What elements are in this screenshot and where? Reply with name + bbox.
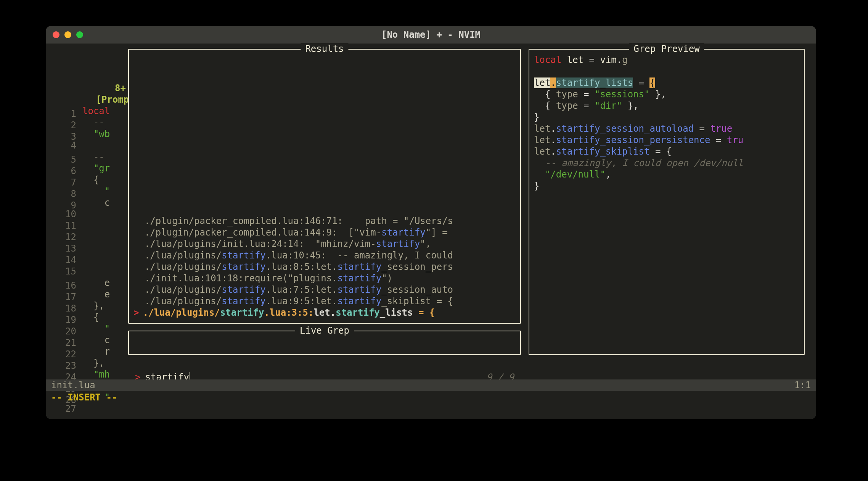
preview-line <box>534 66 799 77</box>
result-row[interactable]: ./lua/plugins/startify.lua:7:5:let.start… <box>133 284 516 295</box>
result-row[interactable]: ./lua/plugins/startify.lua:10:45: -- ama… <box>133 250 516 261</box>
background-code-fragment: }, <box>76 357 126 369</box>
window-title: [No Name] + - NVIM <box>46 28 816 42</box>
background-code-fragment: -- <box>76 117 126 128</box>
buffer-marker: 8+ <box>115 83 126 94</box>
line-number: 12 <box>49 231 76 243</box>
preview-code: local let = vim.glet.startify_lists = { … <box>534 54 799 192</box>
result-row[interactable]: ./plugin/packer_compiled.lua:146:71: pat… <box>133 215 516 227</box>
preview-line: -- amazingly, I could open /dev/null <box>534 157 799 169</box>
titlebar: [No Name] + - NVIM <box>46 26 816 44</box>
background-code-fragment: " <box>76 323 126 334</box>
preview-line: } <box>534 111 799 123</box>
background-code-fragment: }, <box>76 300 126 312</box>
preview-line: let.startify_lists = { <box>534 77 799 89</box>
result-row[interactable]: ./plugin/packer_compiled.lua:144:9: ["vi… <box>133 227 516 238</box>
preview-title: Grep Preview <box>629 43 704 55</box>
background-code-fragment: { <box>76 312 126 323</box>
background-code-fragment: c <box>76 334 126 346</box>
preview-line: { type = "dir" }, <box>534 100 799 111</box>
preview-line: let.startify_session_autoload = true <box>534 123 799 134</box>
results-panel: Results ./plugin/packer_compiled.lua:146… <box>128 49 521 324</box>
line-number: 4 <box>49 140 76 151</box>
result-row[interactable]: >./lua/plugins/startify.lua:3:5:let.star… <box>133 307 516 318</box>
background-code-fragment: " <box>76 186 126 197</box>
terminal-body: 8+ [Prompt] 1local2 --3 "wb45 --6 "gr7 {… <box>46 44 816 419</box>
background-code-fragment: e <box>76 289 126 300</box>
line-number: 13 <box>49 243 76 254</box>
line-number: 11 <box>49 220 76 231</box>
preview-line: let.startify_skiplist = { <box>534 146 799 157</box>
mode-indicator: -- INSERT -- <box>51 392 117 403</box>
line-number: 15 <box>49 266 76 277</box>
result-row[interactable]: ./lua/plugins/startify.lua:9:5:let.start… <box>133 295 516 307</box>
background-code-fragment: -- <box>76 151 126 163</box>
line-number-gutter: 8+ [Prompt] 1local2 --3 "wb45 --6 "gr7 {… <box>46 48 126 419</box>
status-position: 1:1 <box>794 379 811 391</box>
results-title: Results <box>301 43 348 55</box>
preview-line: local let = vim.g <box>534 54 799 66</box>
background-code-fragment: e <box>76 277 126 289</box>
line-number: 10 <box>49 208 76 220</box>
preview-line: { type = "sessions" }, <box>534 89 799 100</box>
status-filename: init.lua <box>51 379 95 391</box>
preview-line: } <box>534 180 799 192</box>
result-row[interactable]: ./lua/plugins/startify.lua:8:5:let.start… <box>133 261 516 273</box>
background-code-fragment: c <box>76 197 126 208</box>
background-code-fragment: local <box>76 105 126 117</box>
preview-line: let.startify_session_persistence = tru <box>534 134 799 146</box>
line-number: 27 <box>49 403 76 415</box>
livegrep-title: Live Grep <box>295 325 354 336</box>
result-row[interactable]: ./lua/plugins/init.lua:24:14: "mhinz/vim… <box>133 238 516 250</box>
background-code-fragment: "gr <box>76 163 126 174</box>
background-code-fragment: r <box>76 346 126 357</box>
preview-line: "/dev/null", <box>534 169 799 180</box>
preview-panel: Grep Preview local let = vim.glet.starti… <box>529 49 805 355</box>
status-bar: init.lua 1:1 <box>46 379 816 391</box>
result-row[interactable]: ./init.lua:101:18:require("plugins.start… <box>133 273 516 284</box>
livegrep-panel: Live Grep > startify 9 / 9 <box>128 331 521 355</box>
background-code-fragment: { <box>76 174 126 186</box>
line-number: 14 <box>49 254 76 266</box>
terminal-window: [No Name] + - NVIM 8+ [Prompt] 1local2 -… <box>46 26 816 419</box>
background-code-fragment: "wb <box>76 128 126 140</box>
results-list[interactable]: ./plugin/packer_compiled.lua:146:71: pat… <box>133 215 516 318</box>
